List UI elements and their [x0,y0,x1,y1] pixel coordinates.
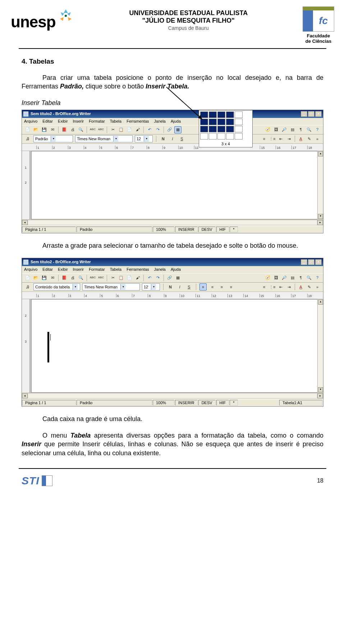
horizontal-scrollbar[interactable]: ◂▸ [22,219,323,226]
table-button[interactable]: ▦ [174,126,181,133]
open-icon[interactable]: 📂 [32,274,40,282]
menu-arquivo[interactable]: Arquivo [24,267,37,272]
print-icon[interactable]: 🖨 [69,126,76,133]
nonprint-icon[interactable]: ¶ [297,126,304,133]
status-zoom[interactable]: 100% [153,227,174,232]
more-icon[interactable]: » [314,135,321,142]
styles-icon[interactable]: Ꭿ [24,283,31,291]
numbering-icon[interactable]: ≡ [261,135,268,142]
copy-icon[interactable]: 📋 [118,126,125,133]
pdf-icon[interactable]: 📕 [61,274,68,282]
maximize-button[interactable]: □ [308,259,314,265]
menu-inserir[interactable]: Inserir [73,267,84,272]
bold-icon[interactable]: N [167,283,174,291]
more-icon[interactable]: » [314,283,321,291]
format-paint-icon[interactable]: 🖌 [134,274,141,282]
highlight-icon[interactable]: ✎ [305,283,313,291]
open-icon[interactable]: 📂 [32,126,40,133]
bullets-icon[interactable]: ⋮≡ [269,283,276,291]
save-icon[interactable]: 💾 [41,274,48,282]
close-button[interactable]: × [315,111,322,117]
undo-icon[interactable]: ↶ [146,274,153,282]
datasource-icon[interactable]: ▤ [289,126,296,133]
paste-icon[interactable]: 📄 [126,274,133,282]
document-page[interactable] [31,299,322,393]
menu-ferramentas[interactable]: Ferramentas [126,267,149,272]
increase-indent-icon[interactable]: ⇥ [285,283,293,291]
inserted-table[interactable] [47,332,49,362]
increase-indent-icon[interactable]: ⇥ [285,135,293,142]
zoom-icon[interactable]: 🔍 [305,274,313,282]
font-combo[interactable]: Times New Roman▾ [75,135,133,142]
navigator-icon[interactable]: 🧭 [264,274,271,282]
styles-icon[interactable]: Ꭿ [24,135,31,142]
size-combo[interactable]: 12▾ [142,283,160,291]
align-left-icon[interactable]: ≡ [199,283,207,291]
paste-icon[interactable]: 📄 [126,126,133,133]
help-icon[interactable]: ? [314,126,321,133]
new-doc-icon[interactable]: 📄 [24,274,31,282]
menu-exibir[interactable]: Exibir [58,267,68,272]
decrease-indent-icon[interactable]: ⇤ [277,135,284,142]
status-insert[interactable]: INSERIR [175,400,198,406]
document-page[interactable] [31,151,322,219]
menu-inserir[interactable]: Inserir [73,119,84,124]
horizontal-scrollbar[interactable]: ◂▸ [22,393,323,399]
undo-icon[interactable]: ↶ [146,126,153,133]
gallery-icon[interactable]: 🖼 [272,126,280,133]
help-icon[interactable]: ? [314,274,321,282]
cut-icon[interactable]: ✂ [109,274,116,282]
menu-janela[interactable]: Janela [154,267,166,272]
menu-ajuda[interactable]: Ajuda [171,267,181,272]
size-combo[interactable]: 12▾ [135,135,153,142]
menu-ferramentas[interactable]: Ferramentas [126,119,149,124]
menu-formatar[interactable]: Formatar [89,119,105,124]
nonprint-icon[interactable]: ¶ [297,274,304,282]
find-icon[interactable]: 🔎 [281,126,288,133]
print-icon[interactable]: 🖨 [69,274,76,282]
font-combo[interactable]: Times New Roman▾ [82,283,140,291]
menu-janela[interactable]: Janela [154,119,166,124]
menu-tabela[interactable]: Tabela [110,119,121,124]
menu-exibir[interactable]: Exibir [58,119,68,124]
align-right-icon[interactable]: ≡ [218,283,225,291]
font-color-icon[interactable]: A [297,135,304,142]
underline-icon[interactable]: S [178,135,185,142]
vertical-scrollbar[interactable]: ▴▾ [317,151,323,219]
minimize-button[interactable]: _ [301,259,307,265]
bold-icon[interactable]: N [160,135,167,142]
menu-formatar[interactable]: Formatar [89,267,105,272]
datasource-icon[interactable]: ▤ [289,274,296,282]
table-button[interactable]: ▦ [174,274,181,282]
zoom-icon[interactable]: 🔍 [305,126,313,133]
numbering-icon[interactable]: ≡ [261,283,268,291]
find-icon[interactable]: 🔎 [281,274,288,282]
maximize-button[interactable]: □ [308,111,314,117]
spellcheck-icon[interactable]: ABC [89,126,96,133]
spellcheck-icon[interactable]: ABC [89,274,96,282]
email-icon[interactable]: ✉ [49,126,56,133]
status-zoom[interactable]: 100% [153,400,174,406]
vertical-scrollbar[interactable]: ▴▾ [317,299,323,393]
menu-tabela[interactable]: Tabela [110,267,121,272]
minimize-button[interactable]: _ [301,111,307,117]
preview-icon[interactable]: 🔍 [77,126,84,133]
preview-icon[interactable]: 🔍 [77,274,84,282]
style-combo[interactable]: Padrão▾ [33,135,73,142]
underline-icon[interactable]: S [185,283,193,291]
autospell-icon[interactable]: ABC [97,126,105,133]
copy-icon[interactable]: 📋 [118,274,125,282]
hyperlink-icon[interactable]: 🔗 [166,274,173,282]
email-icon[interactable]: ✉ [49,274,56,282]
autospell-icon[interactable]: ABC [97,274,105,282]
close-button[interactable]: × [315,259,322,265]
navigator-icon[interactable]: 🧭 [264,126,271,133]
pdf-icon[interactable]: 📕 [61,126,68,133]
menu-editar[interactable]: Editar [42,119,53,124]
hyperlink-icon[interactable]: 🔗 [166,126,173,133]
font-color-icon[interactable]: A [297,283,304,291]
align-center-icon[interactable]: ≡ [209,283,216,291]
decrease-indent-icon[interactable]: ⇤ [277,283,284,291]
cut-icon[interactable]: ✂ [109,126,116,133]
format-paint-icon[interactable]: 🖌 [134,126,141,133]
